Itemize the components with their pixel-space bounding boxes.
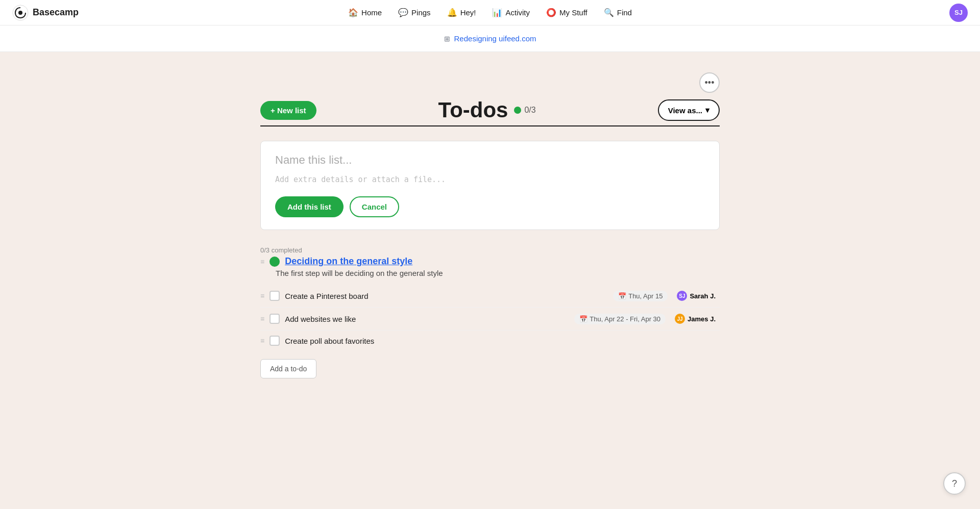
nav-label-find: Find <box>617 8 632 17</box>
drag-handle-icon[interactable]: ≡ <box>260 315 264 323</box>
add-this-list-button[interactable]: Add this list <box>275 196 344 217</box>
project-name: Redesigning uifeed.com <box>454 34 536 43</box>
list-status-dot <box>270 257 280 267</box>
nav-center-items: 🏠 Home 💬 Pings 🔔 Hey! 📊 Activity ⭕ My St… <box>348 8 632 17</box>
nav-item-hey[interactable]: 🔔 Hey! <box>447 8 476 17</box>
nav-right: SJ <box>949 4 968 22</box>
todo-text-2: Create poll about favorites <box>285 337 720 345</box>
page-header-row: + New list To-dos 0/3 View as... ▾ <box>260 98 720 122</box>
assignee-name-0: Sarah J. <box>690 292 716 300</box>
todo-list-title-row: ≡ Deciding on the general style <box>260 256 720 267</box>
progress-dot <box>514 107 521 114</box>
nav-item-activity[interactable]: 📊 Activity <box>492 8 530 17</box>
help-button[interactable]: ? <box>943 472 966 495</box>
add-todo-button[interactable]: Add a to-do <box>260 359 316 378</box>
home-icon: 🏠 <box>348 8 358 17</box>
project-grid-icon: ⊞ <box>444 35 450 43</box>
calendar-icon-1: 📅 <box>579 315 587 323</box>
page-title-wrap: To-dos 0/3 <box>438 98 536 122</box>
more-options-wrapper: ••• <box>260 72 720 93</box>
list-name-input[interactable] <box>275 154 705 167</box>
todo-item-2: ≡ Create poll about favorites <box>260 330 720 351</box>
nav-label-mystuff: My Stuff <box>559 8 587 17</box>
nav-item-mystuff[interactable]: ⭕ My Stuff <box>546 8 587 17</box>
project-bar: ⊞ Redesigning uifeed.com <box>0 26 980 52</box>
pings-icon: 💬 <box>398 8 408 17</box>
assignee-badge-1: JJ James J. <box>671 313 720 325</box>
find-icon: 🔍 <box>604 8 614 17</box>
basecamp-logo-icon <box>12 5 29 21</box>
svg-point-1 <box>18 11 22 15</box>
cancel-button[interactable]: Cancel <box>350 196 399 217</box>
nav-label-activity: Activity <box>505 8 530 17</box>
date-badge-1: 📅 Thu, Apr 22 - Fri, Apr 30 <box>574 314 666 324</box>
logo-text: Basecamp <box>33 7 79 18</box>
assignee-avatar-1: JJ <box>675 314 685 324</box>
view-as-chevron-icon: ▾ <box>705 106 709 115</box>
assignee-avatar-0: SJ <box>677 291 687 301</box>
user-avatar[interactable]: SJ <box>949 4 968 22</box>
basecamp-logo[interactable]: Basecamp <box>12 5 79 21</box>
header-divider <box>260 125 720 126</box>
project-link[interactable]: ⊞ Redesigning uifeed.com <box>444 34 536 43</box>
date-badge-0: 📅 Thu, Apr 15 <box>613 291 668 301</box>
list-description-input[interactable] <box>275 175 705 184</box>
completed-label: 0/3 completed <box>260 246 720 254</box>
todo-item-0: ≡ Create a Pinterest board 📅 Thu, Apr 15… <box>260 285 720 308</box>
mystuff-icon: ⭕ <box>546 8 556 17</box>
todo-section-0: 0/3 completed ≡ Deciding on the general … <box>260 246 720 378</box>
hey-icon: 🔔 <box>447 8 457 17</box>
top-navigation: Basecamp 🏠 Home 💬 Pings 🔔 Hey! 📊 Activit… <box>0 0 980 26</box>
new-list-form: Add this list Cancel <box>260 141 720 230</box>
date-text-1: Thu, Apr 22 - Fri, Apr 30 <box>590 315 660 323</box>
drag-handle-icon[interactable]: ≡ <box>260 337 264 345</box>
todo-checkbox-2[interactable] <box>270 336 280 346</box>
todo-text-0: Create a Pinterest board <box>285 292 608 300</box>
nav-label-pings: Pings <box>411 8 431 17</box>
todo-list-name[interactable]: Deciding on the general style <box>285 256 412 267</box>
new-list-button[interactable]: + New list <box>260 101 316 120</box>
nav-label-hey: Hey! <box>460 8 476 17</box>
view-as-button[interactable]: View as... ▾ <box>658 99 720 121</box>
drag-handle-icon[interactable]: ≡ <box>260 258 264 266</box>
drag-handle-icon[interactable]: ≡ <box>260 292 264 300</box>
nav-item-home[interactable]: 🏠 Home <box>348 8 382 17</box>
todo-checkbox-1[interactable] <box>270 314 280 324</box>
nav-item-pings[interactable]: 💬 Pings <box>398 8 431 17</box>
progress-badge: 0/3 <box>514 106 535 115</box>
calendar-icon-0: 📅 <box>618 292 626 300</box>
todo-text-1: Add websites we like <box>285 315 569 323</box>
nav-item-find[interactable]: 🔍 Find <box>604 8 632 17</box>
activity-icon: 📊 <box>492 8 502 17</box>
progress-count: 0/3 <box>524 106 535 115</box>
assignee-name-1: James J. <box>688 315 716 323</box>
nav-label-home: Home <box>361 8 382 17</box>
todo-checkbox-0[interactable] <box>270 291 280 301</box>
todo-list-description: The first step will be deciding on the g… <box>276 269 720 277</box>
content-area: ••• + New list To-dos 0/3 View as... ▾ <box>260 72 720 378</box>
form-actions: Add this list Cancel <box>275 196 705 217</box>
todo-item-1: ≡ Add websites we like 📅 Thu, Apr 22 - F… <box>260 308 720 330</box>
view-as-label: View as... <box>668 106 702 115</box>
more-options-button[interactable]: ••• <box>699 72 720 93</box>
date-text-0: Thu, Apr 15 <box>628 292 663 300</box>
assignee-badge-0: SJ Sarah J. <box>673 290 720 302</box>
todo-list-header: 0/3 completed ≡ Deciding on the general … <box>260 246 720 277</box>
main-content: ••• + New list To-dos 0/3 View as... ▾ <box>0 52 980 399</box>
page-title: To-dos <box>438 98 508 122</box>
